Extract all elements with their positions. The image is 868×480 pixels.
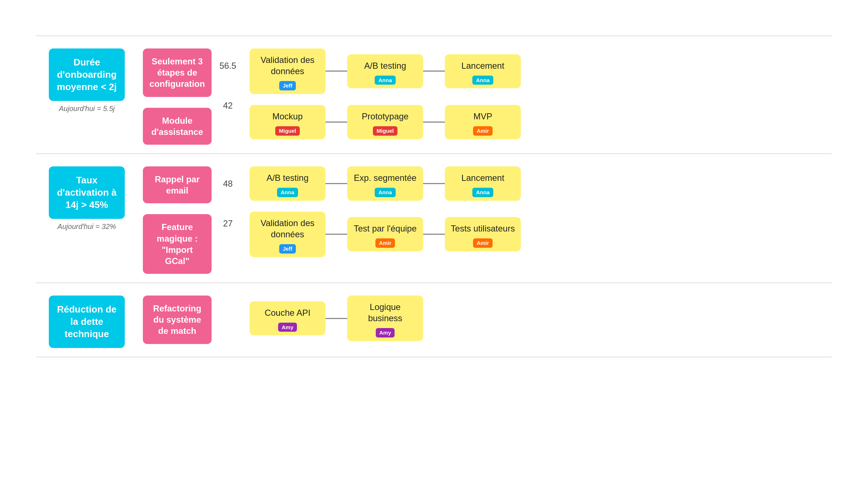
step-text-1-0-2: Lancement bbox=[461, 172, 505, 183]
step-card-0-1-2: MVPAmir bbox=[445, 105, 521, 139]
steps-col-1: A/B testingAnnaExp. segmentéeAnnaLanceme… bbox=[239, 163, 832, 257]
step-card-0-0-0: Validation des donnéesJeff bbox=[250, 48, 326, 94]
step-text-2-0-1: Logique business bbox=[352, 301, 418, 324]
column-headers bbox=[36, 25, 832, 32]
goals-col-1: Taux d'activation à 14j > 45%Aujourd'hui… bbox=[36, 163, 137, 231]
step-card-1-1-1: Test par l'équipeAmir bbox=[347, 217, 423, 251]
ice-score-0-0: 56.5 bbox=[220, 51, 237, 80]
badge-2-0-1: Amy bbox=[376, 328, 395, 337]
ice-score-0-1: 42 bbox=[223, 91, 233, 120]
badge-0-1-0: Miguel bbox=[275, 126, 300, 136]
idea-card-0-0: Seulement 3 étapes de configuration bbox=[143, 48, 212, 97]
step-text-0-1-1: Prototypage bbox=[362, 111, 408, 122]
badge-0-1-1: Miguel bbox=[373, 126, 397, 136]
connector-1-0-0 bbox=[326, 183, 347, 184]
idea-card-2-0: Refactoring du système de match bbox=[143, 296, 212, 344]
badge-1-0-1: Anna bbox=[375, 188, 396, 197]
ice-score-1-0: 48 bbox=[223, 169, 233, 198]
step-text-1-1-2: Tests utilisateurs bbox=[451, 223, 515, 234]
step-card-1-0-1: Exp. segmentéeAnna bbox=[347, 166, 423, 201]
step-card-1-0-2: LancementAnna bbox=[445, 166, 521, 201]
page-title bbox=[0, 0, 868, 25]
step-text-1-1-0: Validation des données bbox=[255, 217, 320, 240]
ice-col-1: 4827 bbox=[217, 163, 239, 238]
step-row-0-1: MockupMiguelPrototypageMiguelMVPAmir bbox=[250, 105, 832, 139]
badge-1-0-0: Anna bbox=[277, 188, 298, 197]
sections-container: Durée d'onboarding moyenne < 2jAujourd'h… bbox=[36, 35, 832, 357]
badge-1-1-2: Amir bbox=[473, 238, 493, 248]
step-text-1-0-0: A/B testing bbox=[267, 172, 309, 183]
connector-1-1-1 bbox=[423, 234, 445, 235]
badge-1-1-0: Jeff bbox=[279, 244, 296, 254]
goal-card-2: Réduction de la dette technique bbox=[49, 296, 125, 348]
connector-0-0-0 bbox=[326, 71, 347, 72]
section-1: Taux d'activation à 14j > 45%Aujourd'hui… bbox=[36, 153, 832, 283]
header-ice bbox=[217, 25, 239, 26]
badge-0-0-0: Jeff bbox=[279, 81, 296, 90]
step-row-0-0: Validation des donnéesJeffA/B testingAnn… bbox=[250, 48, 832, 94]
goal-sub-0: Aujourd'hui = 5.5j bbox=[59, 105, 115, 113]
badge-0-0-1: Anna bbox=[375, 76, 396, 85]
ice-col-2 bbox=[217, 292, 239, 327]
step-card-1-1-0: Validation des donnéesJeff bbox=[250, 212, 326, 257]
ice-col-0: 56.542 bbox=[217, 45, 239, 120]
badge-2-0-0: Amy bbox=[278, 323, 297, 332]
ideas-col-1: Rappel par emailFeature magique : "Impor… bbox=[137, 163, 217, 274]
step-text-0-0-1: A/B testing bbox=[364, 60, 406, 71]
goal-card-0: Durée d'onboarding moyenne < 2j bbox=[49, 48, 125, 101]
step-text-0-1-0: Mockup bbox=[272, 111, 303, 122]
connector-0-0-1 bbox=[423, 71, 445, 72]
goals-col-0: Durée d'onboarding moyenne < 2jAujourd'h… bbox=[36, 45, 137, 113]
section-0: Durée d'onboarding moyenne < 2jAujourd'h… bbox=[36, 35, 832, 153]
step-card-1-1-2: Tests utilisateursAmir bbox=[445, 217, 521, 251]
step-text-1-1-1: Test par l'équipe bbox=[354, 223, 417, 234]
board: Durée d'onboarding moyenne < 2jAujourd'h… bbox=[36, 25, 832, 357]
connector-0-1-1 bbox=[423, 122, 445, 123]
step-row-1-1: Validation des donnéesJeffTest par l'équ… bbox=[250, 212, 832, 257]
idea-card-1-0: Rappel par email bbox=[143, 166, 212, 203]
idea-card-0-1: Module d'assistance bbox=[143, 108, 212, 145]
connector-2-0-0 bbox=[326, 318, 347, 319]
connector-0-1-0 bbox=[326, 122, 347, 123]
connector-1-0-1 bbox=[423, 183, 445, 184]
step-text-0-0-2: Lancement bbox=[461, 60, 505, 71]
step-card-0-0-2: LancementAnna bbox=[445, 54, 521, 89]
step-text-2-0-0: Couche API bbox=[265, 307, 311, 318]
step-card-2-0-1: Logique businessAmy bbox=[347, 296, 423, 341]
steps-col-0: Validation des donnéesJeffA/B testingAnn… bbox=[239, 45, 832, 139]
step-row-2-0: Couche APIAmyLogique businessAmy bbox=[250, 296, 832, 341]
step-row-1-0: A/B testingAnnaExp. segmentéeAnnaLanceme… bbox=[250, 166, 832, 201]
badge-1-0-2: Anna bbox=[472, 188, 493, 197]
step-text-0-0-0: Validation des données bbox=[255, 54, 320, 77]
badge-0-1-2: Amir bbox=[473, 126, 493, 136]
step-card-2-0-0: Couche APIAmy bbox=[250, 301, 326, 336]
idea-card-1-1: Feature magique : "Import GCal" bbox=[143, 214, 212, 274]
step-text-0-1-2: MVP bbox=[473, 111, 492, 122]
badge-1-1-1: Amir bbox=[375, 238, 395, 248]
ice-score-1-1: 27 bbox=[223, 209, 233, 238]
goals-col-2: Réduction de la dette technique bbox=[36, 292, 137, 348]
step-card-0-0-1: A/B testingAnna bbox=[347, 54, 423, 89]
section-2: Réduction de la dette techniqueRefactori… bbox=[36, 283, 832, 357]
step-card-1-0-0: A/B testingAnna bbox=[250, 166, 326, 201]
badge-0-0-2: Anna bbox=[472, 76, 493, 85]
connector-1-1-0 bbox=[326, 234, 347, 235]
step-card-0-1-1: PrototypageMiguel bbox=[347, 105, 423, 139]
ideas-col-2: Refactoring du système de match bbox=[137, 292, 217, 344]
step-card-0-1-0: MockupMiguel bbox=[250, 105, 326, 139]
ideas-col-0: Seulement 3 étapes de configurationModul… bbox=[137, 45, 217, 145]
step-text-1-0-1: Exp. segmentée bbox=[354, 172, 416, 183]
steps-col-2: Couche APIAmyLogique businessAmy bbox=[239, 292, 832, 341]
goal-sub-1: Aujourd'hui = 32% bbox=[58, 222, 116, 231]
goal-card-1: Taux d'activation à 14j > 45% bbox=[49, 166, 125, 219]
